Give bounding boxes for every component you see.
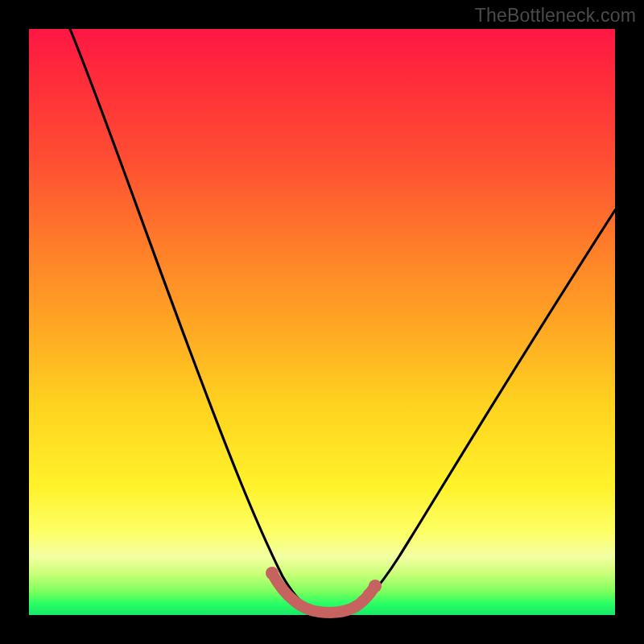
curve-line [70, 29, 615, 613]
plot-area [29, 29, 615, 615]
chart-frame: TheBottleneck.com [0, 0, 644, 644]
highlight-marker [369, 580, 382, 592]
watermark-text: TheBottleneck.com [475, 5, 636, 27]
highlight-marker [266, 567, 279, 580]
chart-svg [29, 29, 615, 615]
